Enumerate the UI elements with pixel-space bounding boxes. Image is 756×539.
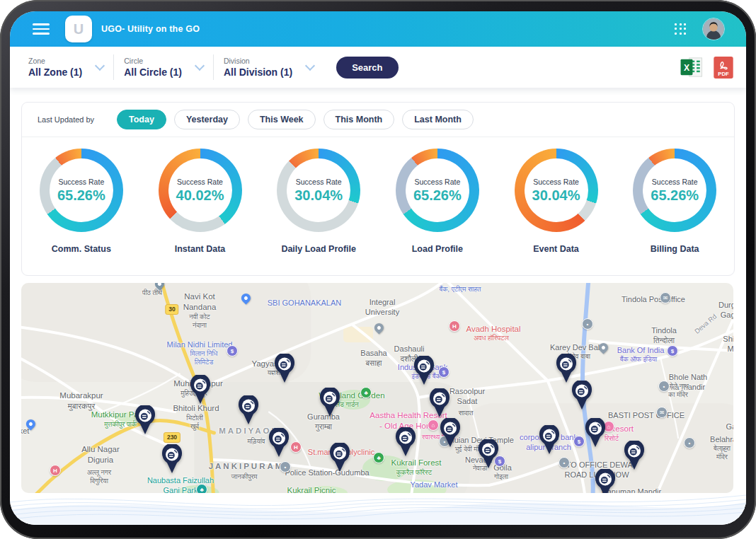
meter-pin-icon[interactable] (556, 354, 577, 383)
wave-decoration (10, 492, 746, 525)
meter-pin-icon[interactable] (539, 425, 560, 455)
chevron-down-icon (195, 61, 205, 71)
pill-today[interactable]: Today (117, 110, 166, 129)
donut-instant-data: Success Rate40.02% Instant Data (141, 137, 260, 254)
donut-label: Load Profile (412, 244, 463, 254)
meter-pin-icon[interactable] (329, 443, 350, 473)
map-poi-icon[interactable]: • (582, 318, 593, 330)
app-header: U UGO- Utility on the GO (10, 11, 746, 47)
meter-pin-icon[interactable] (190, 375, 211, 405)
circle-label: Circle (124, 57, 182, 65)
map-poi-icon[interactable]: • (684, 437, 695, 448)
user-avatar[interactable] (702, 18, 725, 40)
donut-label: Comm. Status (52, 244, 111, 254)
meter-pin-icon[interactable] (595, 469, 616, 493)
ugo-logo-letter: U (74, 21, 84, 37)
map-poi-icon[interactable]: ♣ (360, 387, 372, 398)
meters-map[interactable]: पीठ तीर्थNavi Kot Nandanaनवी कोट नंदाना3… (21, 283, 733, 493)
meter-pin-icon[interactable] (268, 428, 290, 458)
map-poi-icon[interactable]: • (280, 461, 291, 473)
map-poi-icon[interactable]: $ (667, 345, 678, 357)
chevron-down-icon (95, 61, 105, 71)
chevron-down-icon (305, 61, 315, 71)
app-screen: U UGO- Utility on the GO ZoneAll Zone (1… (10, 11, 746, 525)
donut-subtitle: Success Rate (296, 178, 342, 186)
map-poi-icon[interactable]: ♣ (196, 484, 207, 493)
donut-subtitle: Success Rate (58, 178, 104, 186)
pdf-export-icon[interactable]: PDF (714, 57, 733, 79)
circle-value: All Circle (1) (124, 66, 182, 78)
map-poi-icon[interactable]: H (449, 320, 460, 332)
meter-pin-icon[interactable] (413, 356, 435, 386)
filter-bar: ZoneAll Zone (1) CircleAll Circle (1) Di… (10, 47, 746, 88)
meter-pin-icon[interactable] (585, 418, 606, 448)
hamburger-menu-icon[interactable] (33, 23, 50, 35)
donut-ring: Success Rate30.04% (277, 149, 360, 232)
donut-value: 30.04% (532, 187, 580, 204)
map-poi-icon[interactable]: $ (227, 345, 238, 357)
donut-ring: Success Rate65.26% (40, 149, 123, 232)
pill-this-month[interactable]: This Month (323, 110, 395, 129)
donut-label: Daily Load Profile (281, 244, 356, 254)
svg-text:PDF: PDF (718, 71, 729, 77)
pill-yesterday[interactable]: Yesterday (174, 110, 240, 129)
divider (213, 54, 214, 80)
meter-pin-icon[interactable] (429, 388, 450, 418)
meter-pin-icon[interactable] (274, 354, 295, 383)
donut-subtitle: Success Rate (414, 178, 460, 186)
zone-dropdown[interactable]: ZoneAll Zone (1) (28, 57, 113, 78)
divider (113, 54, 114, 80)
donut-subtitle: Success Rate (177, 178, 223, 186)
last-updated-label: Last Updated by (38, 115, 117, 124)
circle-dropdown[interactable]: CircleAll Circle (1) (124, 57, 213, 78)
search-button[interactable]: Search (336, 57, 398, 79)
donut-subtitle: Success Rate (652, 178, 698, 186)
meter-pin-icon[interactable] (161, 444, 183, 474)
donut-ring: Success Rate65.26% (396, 149, 479, 232)
map-poi-icon[interactable]: ⌂ (428, 419, 439, 431)
map-poi-icon[interactable]: ♣ (373, 452, 384, 463)
map-poi-icon[interactable]: ✉ (660, 292, 671, 303)
svg-text:X: X (684, 63, 690, 73)
donut-daily-load-profile: Success Rate30.04% Daily Load Profile (259, 137, 378, 254)
meter-pin-icon[interactable] (395, 427, 416, 457)
donut-label: Instant Data (175, 244, 226, 254)
map-poi-icon[interactable]: H (50, 465, 61, 476)
donut-value: 65.26% (57, 187, 105, 204)
excel-export-icon[interactable]: X (680, 57, 704, 78)
map-poi-icon[interactable]: H (290, 441, 302, 453)
zone-label: Zone (28, 57, 82, 65)
donut-label: Event Data (533, 244, 579, 254)
pill-this-week[interactable]: This Week (248, 110, 316, 129)
map-poi-icon[interactable]: • (559, 457, 570, 468)
donut-value: 65.26% (413, 187, 462, 204)
meter-pin-icon[interactable] (134, 405, 156, 435)
meter-pin-icon[interactable] (478, 439, 499, 469)
donut-event-data: Success Rate30.04% Event Data (497, 137, 616, 254)
donut-ring: Success Rate65.26% (633, 149, 716, 232)
donut-load-profile: Success Rate65.26% Load Profile (378, 137, 497, 254)
donut-ring: Success Rate30.04% (515, 149, 598, 232)
donut-comm-status: Success Rate65.26% Comm. Status (22, 137, 141, 254)
map-poi-icon[interactable]: ✉ (656, 407, 668, 418)
donut-billing-data: Success Rate65.26% Billing Data (615, 137, 734, 254)
ugo-logo: U (65, 16, 92, 42)
meter-pin-icon[interactable] (238, 395, 259, 425)
map-poi-icon[interactable]: $ (573, 436, 585, 447)
donut-ring: Success Rate40.02% (159, 149, 242, 232)
apps-grid-icon[interactable] (675, 23, 687, 35)
donut-label: Billing Data (651, 244, 699, 254)
zone-value: All Zone (1) (28, 66, 82, 78)
meter-pin-icon[interactable] (440, 418, 461, 448)
meter-pin-icon[interactable] (319, 388, 340, 417)
pill-last-month[interactable]: Last Month (402, 110, 474, 129)
success-rate-card: Last Updated by Today Yesterday This Wee… (21, 102, 735, 276)
map-poi-icon[interactable]: $ (438, 366, 449, 378)
map-poi-icon[interactable]: • (658, 381, 670, 392)
donut-value: 40.02% (176, 187, 224, 204)
donut-value: 65.26% (651, 187, 699, 204)
division-dropdown[interactable]: DivisionAll Division (1) (224, 57, 323, 78)
meter-pin-icon[interactable] (571, 381, 592, 410)
donut-value: 30.04% (294, 187, 343, 204)
meter-pin-icon[interactable] (624, 441, 645, 470)
